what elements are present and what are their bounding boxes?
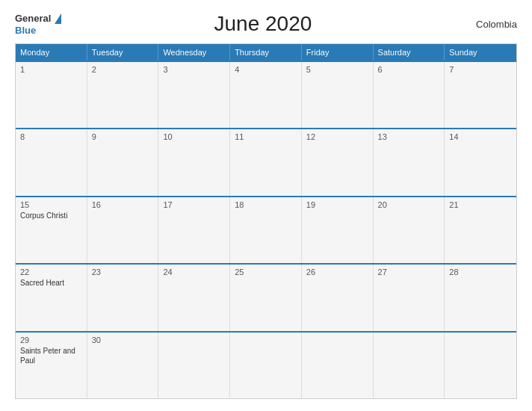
week-3: 15 Corpus Christi 16 17 18 19 20 21 [16,196,516,263]
cell-empty-5 [445,333,516,398]
country-label: Colombia [465,19,517,30]
cell-14: 14 [445,129,516,195]
cell-empty-2 [230,333,302,398]
cell-22: 22 Sacred Heart [16,265,87,330]
cell-15: 15 Corpus Christi [16,197,87,263]
cell-empty-1 [158,333,230,398]
cell-29: 29 Saints Peter and Paul [16,333,87,398]
day-header-saturday: Saturday [374,44,445,61]
cell-11: 11 [230,129,302,195]
week-1: 1 2 3 4 5 6 7 [16,61,516,128]
cell-24: 24 [158,265,230,330]
day-header-wednesday: Wednesday [158,44,230,61]
day-header-friday: Friday [302,44,374,61]
day-header-tuesday: Tuesday [87,44,159,61]
cell-18: 18 [230,197,302,263]
logo-bottom: Blue [15,24,61,36]
day-header-thursday: Thursday [230,44,302,61]
weeks-container: 1 2 3 4 5 6 7 8 9 10 11 12 13 14 15 [16,61,516,398]
page: General Blue June 2020 Colombia Monday T… [0,0,532,411]
cell-21: 21 [445,197,516,263]
cell-27: 27 [374,265,445,330]
logo-flag-icon [55,13,61,24]
week-2: 8 9 10 11 12 13 14 [16,128,516,195]
cell-19: 19 [302,197,374,263]
cell-6: 6 [374,62,445,128]
logo-blue-text: Blue [15,25,36,36]
day-headers-row: Monday Tuesday Wednesday Thursday Friday… [16,44,516,61]
cell-empty-3 [302,333,374,398]
cell-20: 20 [374,197,445,263]
cell-5: 5 [302,62,374,128]
day-header-sunday: Sunday [445,44,516,61]
cell-4: 4 [230,62,302,128]
cell-9: 9 [87,129,159,195]
week-4: 22 Sacred Heart 23 24 25 26 27 28 [16,263,516,330]
cell-2: 2 [87,62,159,128]
calendar: Monday Tuesday Wednesday Thursday Friday… [15,43,517,399]
logo-general-text: General [15,13,51,24]
logo-top: General [15,12,61,24]
cell-13: 13 [374,129,445,195]
cell-28: 28 [445,265,516,330]
cell-17: 17 [158,197,230,263]
day-header-monday: Monday [16,44,87,61]
cell-empty-4 [374,333,445,398]
cell-23: 23 [87,265,159,330]
cell-25: 25 [230,265,302,330]
header: General Blue June 2020 Colombia [15,12,517,36]
cell-3: 3 [158,62,230,128]
cell-8: 8 [16,129,87,195]
cell-7: 7 [445,62,516,128]
logo: General Blue [15,12,61,36]
week-5: 29 Saints Peter and Paul 30 [16,331,516,398]
cell-30: 30 [87,333,159,398]
cell-16: 16 [87,197,159,263]
cell-12: 12 [302,129,374,195]
cell-10: 10 [158,129,230,195]
cell-26: 26 [302,265,374,330]
cell-1: 1 [16,62,87,128]
page-title: June 2020 [61,12,465,36]
